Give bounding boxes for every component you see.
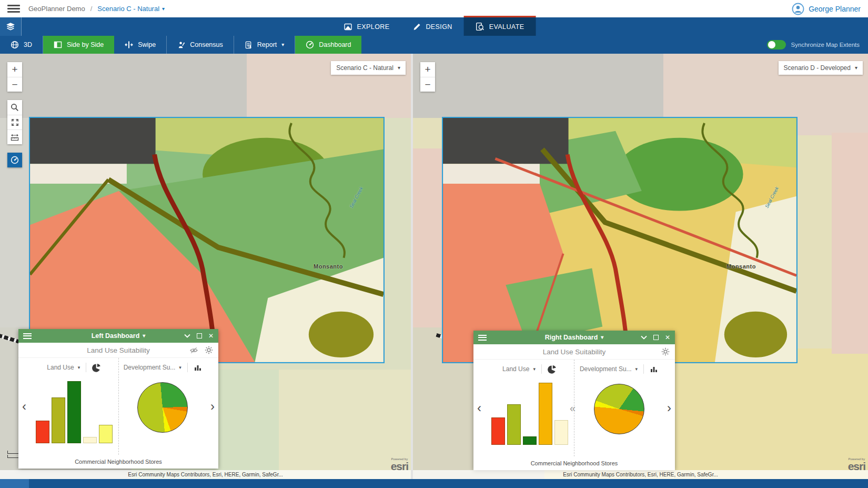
caret-down-icon: ▾ [398,65,400,71]
top-bar: GeoPlanner Demo / Scenario C - Natural ▾… [0,0,868,17]
left-scenario-selector[interactable]: Scenario C - Natural ▾ [331,61,406,75]
synchronize-map-extents-toggle[interactable] [767,40,786,49]
close-panel-button[interactable]: ✕ [665,334,670,341]
bar-segment [491,417,505,445]
maximize-panel-button[interactable] [653,335,659,340]
3d-button[interactable]: 3D [0,36,43,54]
gear-icon[interactable] [205,346,213,354]
gear-icon[interactable] [661,347,670,356]
bottom-status-bar [0,479,868,488]
left-map-pane[interactable]: Monsanto Seal Creek + − [0,54,411,479]
globe-icon [11,41,19,49]
carousel-next-button[interactable]: › [207,358,218,455]
close-panel-button[interactable]: ✕ [208,332,214,340]
esri-logo: Powered by esri [391,457,408,472]
widget-label: Land Use [502,365,529,373]
right-scenario-selector[interactable]: Scenario D - Developed ▾ [779,61,863,75]
carousel-previous-button[interactable]: ‹ [18,358,30,455]
user-avatar-icon[interactable] [792,3,804,15]
bar-segment [507,404,521,445]
bar-segment [36,421,49,443]
caret-down-icon: ▾ [855,65,857,71]
carousel-next-button[interactable]: › [663,360,675,456]
tab-evaluate[interactable]: EVALUATE [464,17,536,36]
caret-down-icon[interactable]: ▾ [533,366,536,372]
breadcrumb-scenario-dropdown[interactable]: Scenario C - Natural ▾ [97,5,165,13]
visibility-eye-icon[interactable] [189,346,198,354]
close-icon: ✕ [208,332,214,340]
caret-down-icon: ▾ [281,42,284,47]
land-use-widget: Land Use ▾ [30,358,118,455]
town-label: Monsanto [314,263,343,270]
maximize-icon [653,335,659,340]
side-by-side-button[interactable]: Side by Side [43,36,114,54]
left-project-area[interactable] [29,117,385,363]
pie-chart-toggle-icon[interactable] [548,365,557,374]
widget-label: Land Use [47,364,74,371]
consensus-button[interactable]: Consensus [167,36,234,54]
bar-chart-toggle-icon[interactable] [194,363,202,372]
zoom-out-button[interactable]: − [7,77,22,92]
caret-down-icon[interactable]: ▾ [78,365,80,370]
tab-explore[interactable]: EXPLORE [332,17,401,36]
consensus-person-icon [177,41,185,49]
report-button[interactable]: Report ▾ [234,36,296,54]
bar-segment [67,381,81,443]
caret-down-icon[interactable]: ▾ [635,366,638,372]
dashboard-menu-icon[interactable] [23,333,32,339]
chart-footer-label: Commercial Neighborhood Stores [18,455,218,469]
full-extent-button[interactable] [7,115,22,130]
right-dashboard-header[interactable]: Right Dashboard ▾ ✕ [473,331,675,344]
left-dashboard-title[interactable]: Left Dashboard ▾ [92,332,146,340]
widget-label: Development Su... [124,364,176,371]
basemap-region [832,133,868,354]
left-dashboard-header[interactable]: Left Dashboard ▾ ✕ [18,329,218,343]
swipe-button[interactable]: Swipe [114,36,167,54]
zoom-in-button[interactable]: + [420,62,435,77]
bar-segment [83,437,97,443]
bar-segment [554,420,568,445]
collapse-panel-button[interactable] [641,335,647,340]
zoom-control: + − [420,62,435,92]
chart-footer-label: Commercial Neighborhood Stores [473,456,675,470]
pie-chart-toggle-icon[interactable] [92,363,101,372]
caret-down-icon: ▾ [143,333,145,338]
bar-segment [99,425,113,443]
caret-down-icon[interactable]: ▾ [179,365,181,370]
tab-design[interactable]: DESIGN [401,17,463,36]
basemap-region [0,54,247,118]
basemap-region [413,54,663,118]
report-icon [245,41,253,49]
right-map-pane[interactable]: Monsanto Seal Creek + − Scenario D - Dev… [413,54,868,479]
main-menu-icon[interactable] [7,5,20,13]
chevron-down-icon [184,334,190,338]
zoom-control: + − [7,62,22,92]
dashboard-menu-icon[interactable] [478,335,487,341]
panel-title: Land Use Suitability [87,346,149,354]
bar-segment [52,397,65,443]
expand-arrows-icon [11,118,19,126]
layers-button[interactable] [0,17,22,36]
map-attribution: Esri Community Maps Contributors, Esri, … [413,470,868,479]
caret-down-icon: ▾ [162,6,165,12]
esri-logo: Powered by esri [848,457,865,472]
measure-button[interactable] [7,130,22,144]
dashboard-map-button[interactable] [7,153,22,167]
maximize-panel-button[interactable] [197,333,202,338]
bar-chart-toggle-icon[interactable] [650,365,658,373]
carousel-previous-button[interactable]: ‹ [473,360,485,456]
search-button[interactable] [7,100,22,115]
collapse-panel-button[interactable] [184,334,190,338]
zoom-in-button[interactable]: + [7,62,22,77]
development-suitability-widget: Development Su... ▾ [119,358,207,455]
bar-segment [539,383,552,445]
right-project-area[interactable] [442,117,798,363]
breadcrumb-separator: / [90,5,93,13]
bottom-bar-segment [0,479,29,488]
map-comparison-area: Monsanto Seal Creek + − [0,54,868,479]
dashboard-button[interactable]: Dashboard [295,36,361,54]
zoom-out-button[interactable]: − [420,77,435,92]
user-name[interactable]: George Planner [809,5,861,13]
map-attribution: Esri Community Maps Contributors, Esri, … [0,470,411,479]
right-dashboard-title[interactable]: Right Dashboard ▾ [545,334,604,341]
